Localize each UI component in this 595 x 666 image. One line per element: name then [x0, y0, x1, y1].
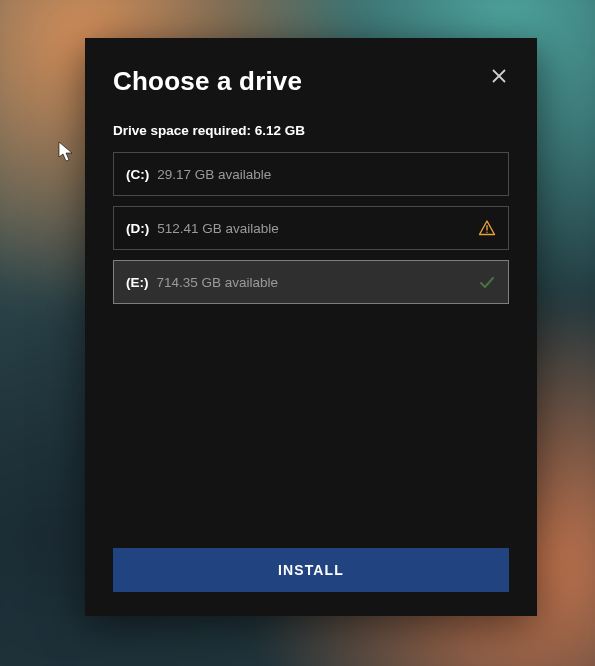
drive-letter: (E:) [126, 275, 149, 290]
check-icon [478, 273, 496, 291]
drive-option-e[interactable]: (E:) 714.35 GB available [113, 260, 509, 304]
install-button[interactable]: INSTALL [113, 548, 509, 592]
close-button[interactable] [485, 62, 513, 90]
close-icon [492, 69, 506, 83]
drive-option-d[interactable]: (D:) 512.41 GB available [113, 206, 509, 250]
dialog-title: Choose a drive [113, 66, 509, 97]
drive-list: (C:) 29.17 GB available (D:) 512.41 GB a… [113, 152, 509, 304]
drive-option-c[interactable]: (C:) 29.17 GB available [113, 152, 509, 196]
drive-available: 714.35 GB available [157, 275, 279, 290]
drive-available: 29.17 GB available [157, 167, 271, 182]
warning-icon [478, 219, 496, 237]
drive-letter: (D:) [126, 221, 149, 236]
drive-available: 512.41 GB available [157, 221, 279, 236]
space-required-label: Drive space required: 6.12 GB [113, 123, 509, 138]
dialog-header: Choose a drive [113, 66, 509, 123]
choose-drive-dialog: Choose a drive Drive space required: 6.1… [85, 38, 537, 616]
drive-letter: (C:) [126, 167, 149, 182]
